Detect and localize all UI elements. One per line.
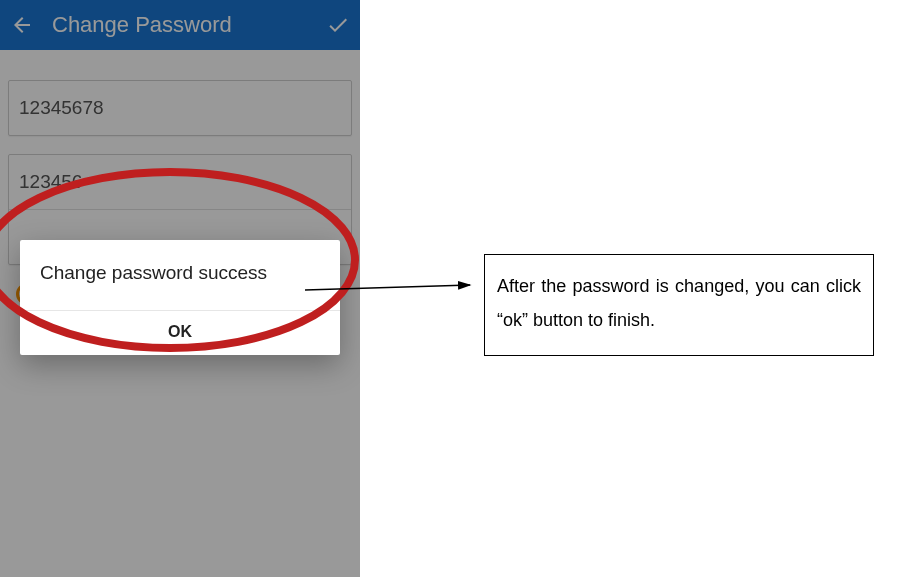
dialog-message: Change password success [20,240,340,311]
explanation-box: After the password is changed, you can c… [484,254,874,356]
ok-button[interactable]: OK [20,311,340,355]
explanation-text: After the password is changed, you can c… [497,276,861,330]
phone-screenshot: Change Password Show Password Change pas… [0,0,360,577]
success-dialog: Change password success OK [20,240,340,355]
